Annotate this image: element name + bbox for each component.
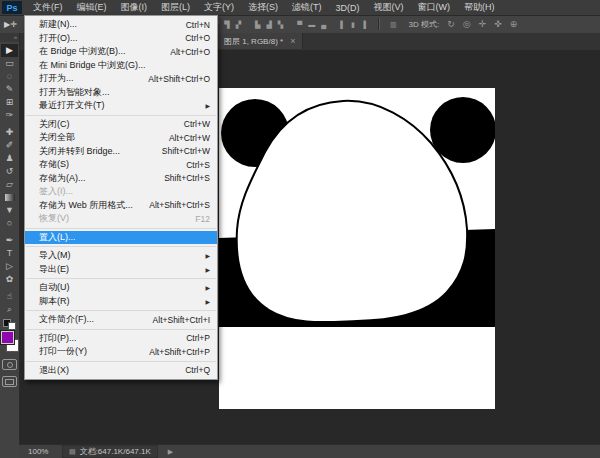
menu-item-check-in: 签入(I)... xyxy=(25,185,217,199)
marquee-tool[interactable]: ▭ xyxy=(1,57,18,70)
path-selection-tool[interactable]: ▷ xyxy=(1,260,18,273)
menu-item-close[interactable]: 关闭(C)Ctrl+W xyxy=(25,118,217,132)
zoom-level-field[interactable]: 100% xyxy=(28,447,54,456)
menu-3d[interactable]: 3D(D) xyxy=(329,0,367,15)
panda-drawing xyxy=(219,88,495,409)
3d-rotate-icon[interactable]: ↻ xyxy=(447,21,455,28)
align-left-icon[interactable]: ▙ xyxy=(255,21,260,28)
menu-separator xyxy=(26,278,216,279)
foreground-color-swatch[interactable] xyxy=(1,331,14,344)
menu-item-print[interactable]: 打印(P)...Ctrl+P xyxy=(25,332,217,346)
tools-panel: » ▶ ▭ ◌ ✎ ⊞ ✑ ✚ ✐ ♟ ↺ ▱ ▼ ○ ✒ T ▷ ✿ ☝ ⌕ xyxy=(0,33,20,458)
3d-roll-icon[interactable]: ◎ xyxy=(463,21,471,28)
photoshop-window: Ps 文件(F) 编辑(E) 图像(I) 图层(L) 文字(Y) 选择(S) 滤… xyxy=(0,0,600,458)
pen-tool[interactable]: ✒ xyxy=(1,234,18,247)
align-vcenter-icon[interactable]: ▜ xyxy=(224,21,229,28)
menu-edit[interactable]: 编辑(E) xyxy=(70,0,114,15)
menu-item-print-one-copy[interactable]: 打印一份(Y)Alt+Shift+Ctrl+P xyxy=(25,345,217,359)
menu-select[interactable]: 选择(S) xyxy=(241,0,285,15)
menu-item-browse-in-mini-bridge[interactable]: 在 Mini Bridge 中浏览(G)... xyxy=(25,59,217,73)
type-tool[interactable]: T xyxy=(1,247,18,260)
document-title: 图层 1, RGB/8) * xyxy=(224,36,283,47)
menu-separator xyxy=(26,246,216,247)
menu-file[interactable]: 文件(F) xyxy=(26,0,70,15)
brush-tool[interactable]: ✐ xyxy=(1,139,18,152)
submenu-arrow-icon: ▶ xyxy=(205,252,210,259)
menu-item-open[interactable]: 打开(O)...Ctrl+O xyxy=(25,32,217,46)
document-canvas[interactable] xyxy=(219,88,495,409)
menu-item-exit[interactable]: 退出(X)Ctrl+Q xyxy=(25,364,217,378)
menu-item-import[interactable]: 导入(M)▶ xyxy=(25,249,217,263)
gradient-tool[interactable] xyxy=(1,191,18,204)
distribute-vcenter-icon[interactable]: ▬ xyxy=(308,21,315,28)
menu-item-browse-in-bridge[interactable]: 在 Bridge 中浏览(B)...Alt+Ctrl+O xyxy=(25,45,217,59)
clone-stamp-tool[interactable]: ♟ xyxy=(1,152,18,165)
move-tool-icon[interactable]: ▶✛ xyxy=(4,20,17,29)
align-bottom-icon[interactable]: ▞ xyxy=(236,21,241,28)
menu-item-save[interactable]: 存储(S)Ctrl+S xyxy=(25,158,217,172)
menu-view[interactable]: 视图(V) xyxy=(367,0,411,15)
quick-mask-button[interactable] xyxy=(2,359,17,370)
align-hcenter-icon[interactable]: ▟ xyxy=(266,21,271,28)
menu-item-file-info[interactable]: 文件简介(F)...Alt+Shift+Ctrl+I xyxy=(25,313,217,327)
collapse-panel-icon[interactable]: » xyxy=(0,33,19,42)
document-sizes: 文档:647.1K/647.1K xyxy=(80,446,151,457)
menu-item-automate[interactable]: 自动(U)▶ xyxy=(25,281,217,295)
menu-filter[interactable]: 滤镜(T) xyxy=(285,0,329,15)
menu-item-new[interactable]: 新建(N)...Ctrl+N xyxy=(25,18,217,32)
align-right-icon[interactable]: ▚ xyxy=(278,21,283,28)
gradient-icon xyxy=(5,194,15,201)
photoshop-logo: Ps xyxy=(2,1,22,14)
hand-tool[interactable]: ☝ xyxy=(1,290,18,303)
menu-separator xyxy=(26,228,216,229)
document-info-field: ▤ 文档:647.1K/647.1K xyxy=(62,445,158,458)
status-options-arrow-icon[interactable]: ▶ xyxy=(168,448,173,456)
shape-tool[interactable]: ✿ xyxy=(1,273,18,286)
3d-drag-icon[interactable]: ✛ xyxy=(479,21,487,28)
menu-layer[interactable]: 图层(L) xyxy=(154,0,197,15)
menu-separator xyxy=(26,310,216,311)
menu-separator xyxy=(26,115,216,116)
move-tool[interactable]: ▶ xyxy=(1,44,18,57)
submenu-arrow-icon: ▶ xyxy=(205,298,210,305)
menu-item-close-all[interactable]: 关闭全部Alt+Ctrl+W xyxy=(25,131,217,145)
3d-scale-icon[interactable]: ⊕ xyxy=(510,21,518,28)
screen-mode-button[interactable] xyxy=(2,376,17,387)
menu-item-save-for-web[interactable]: 存储为 Web 所用格式...Alt+Shift+Ctrl+S xyxy=(25,199,217,213)
eyedropper-tool[interactable]: ✑ xyxy=(1,109,18,122)
quick-selection-tool[interactable]: ✎ xyxy=(1,83,18,96)
menu-item-open-as-smart-object[interactable]: 打开为智能对象... xyxy=(25,86,217,100)
menu-item-close-and-go-to-bridge[interactable]: 关闭并转到 Bridge...Shift+Ctrl+W xyxy=(25,145,217,159)
menu-image[interactable]: 图像(I) xyxy=(114,0,155,15)
zoom-tool[interactable]: ⌕ xyxy=(1,303,18,316)
3d-slide-icon[interactable]: ✜ xyxy=(494,21,502,28)
menu-item-save-as[interactable]: 存储为(A)...Shift+Ctrl+S xyxy=(25,172,217,186)
menu-item-place[interactable]: 置入(L)... xyxy=(25,231,217,245)
menu-help[interactable]: 帮助(H) xyxy=(457,0,502,15)
3d-mode-label: 3D 模式: xyxy=(409,19,440,30)
history-brush-tool[interactable]: ↺ xyxy=(1,165,18,178)
auto-select-icon[interactable]: ▥ xyxy=(390,21,397,28)
crop-tool[interactable]: ⊞ xyxy=(1,96,18,109)
distribute-bottom-icon[interactable]: ▄ xyxy=(321,21,326,28)
distribute-right-icon[interactable]: ▐ xyxy=(361,21,366,28)
menu-item-scripts[interactable]: 脚本(R)▶ xyxy=(25,295,217,309)
menu-window[interactable]: 窗口(W) xyxy=(411,0,458,15)
blur-tool[interactable]: ▼ xyxy=(1,204,18,217)
menu-type[interactable]: 文字(Y) xyxy=(197,0,241,15)
file-menu-popup: 新建(N)...Ctrl+N 打开(O)...Ctrl+O 在 Bridge 中… xyxy=(24,15,218,380)
distribute-hcenter-icon[interactable]: ▮ xyxy=(351,21,355,28)
menu-item-open-as[interactable]: 打开为...Alt+Shift+Ctrl+O xyxy=(25,72,217,86)
lasso-tool[interactable]: ◌ xyxy=(1,70,18,83)
dodge-tool[interactable]: ○ xyxy=(1,217,18,230)
default-colors-icon[interactable] xyxy=(3,319,17,329)
menu-item-export[interactable]: 导出(E)▶ xyxy=(25,263,217,277)
menu-separator xyxy=(26,361,216,362)
eraser-tool[interactable]: ▱ xyxy=(1,178,18,191)
menu-item-open-recent[interactable]: 最近打开文件(T)▶ xyxy=(25,99,217,113)
healing-brush-tool[interactable]: ✚ xyxy=(1,126,18,139)
submenu-arrow-icon: ▶ xyxy=(205,284,210,291)
close-tab-icon[interactable]: × xyxy=(290,36,295,46)
distribute-left-icon[interactable]: ▌ xyxy=(340,21,345,28)
distribute-top-icon[interactable]: ▀ xyxy=(297,21,302,28)
